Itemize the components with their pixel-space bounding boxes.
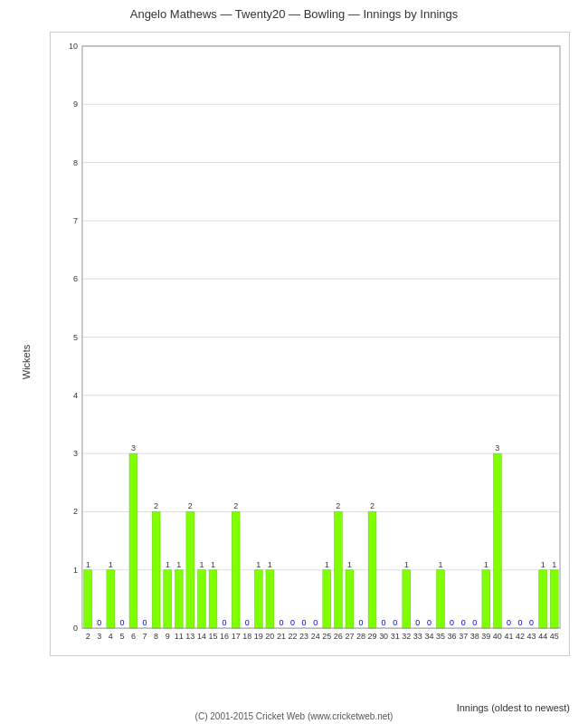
svg-text:0: 0	[119, 618, 124, 627]
svg-rect-79	[334, 511, 342, 628]
svg-text:1: 1	[268, 560, 272, 569]
svg-text:0: 0	[223, 618, 227, 627]
svg-text:3: 3	[495, 443, 499, 452]
chart-area: 0123456789101203140536072819111213114115…	[50, 32, 570, 656]
svg-text:0: 0	[507, 618, 511, 627]
svg-text:1: 1	[86, 560, 90, 569]
svg-text:0: 0	[450, 618, 454, 627]
svg-text:13: 13	[185, 632, 194, 641]
svg-rect-43	[175, 570, 183, 628]
svg-text:9: 9	[166, 632, 170, 641]
svg-text:18: 18	[242, 632, 251, 641]
svg-text:2: 2	[86, 632, 90, 641]
svg-rect-49	[198, 570, 206, 628]
svg-rect-82	[346, 570, 354, 628]
svg-text:1: 1	[176, 560, 181, 569]
svg-text:2: 2	[154, 501, 158, 510]
svg-text:4: 4	[73, 391, 78, 400]
svg-text:0: 0	[415, 618, 420, 627]
svg-text:39: 39	[481, 632, 490, 641]
svg-text:0: 0	[245, 618, 250, 627]
svg-text:0: 0	[290, 618, 295, 627]
svg-text:43: 43	[527, 632, 536, 641]
chart-title: Angelo Mathews — Twenty20 — Bowling — In…	[0, 0, 588, 24]
svg-text:21: 21	[277, 632, 286, 641]
svg-rect-94	[403, 570, 411, 628]
svg-rect-113	[493, 453, 501, 628]
svg-text:0: 0	[97, 618, 101, 627]
svg-rect-37	[152, 511, 160, 628]
svg-rect-76	[323, 570, 331, 628]
svg-text:32: 32	[402, 632, 411, 641]
svg-rect-22	[84, 570, 92, 628]
svg-text:3: 3	[73, 449, 78, 458]
svg-text:0: 0	[393, 618, 397, 627]
svg-text:9: 9	[73, 100, 78, 109]
svg-text:0: 0	[358, 618, 363, 627]
svg-text:1: 1	[199, 560, 204, 569]
svg-text:8: 8	[154, 632, 158, 641]
svg-text:44: 44	[538, 632, 547, 641]
svg-text:31: 31	[391, 632, 400, 641]
svg-text:1: 1	[552, 560, 556, 569]
chart-svg: 0123456789101203140536072819111213114115…	[51, 33, 569, 655]
svg-text:1: 1	[211, 560, 215, 569]
svg-text:1: 1	[166, 560, 170, 569]
svg-rect-101	[437, 570, 445, 628]
svg-text:2: 2	[73, 507, 78, 516]
svg-text:17: 17	[232, 632, 241, 641]
svg-text:0: 0	[143, 618, 147, 627]
svg-rect-125	[550, 570, 558, 628]
svg-rect-57	[232, 511, 240, 628]
svg-text:2: 2	[370, 501, 375, 510]
svg-text:27: 27	[345, 632, 354, 641]
svg-text:1: 1	[347, 560, 352, 569]
svg-rect-62	[254, 570, 262, 628]
svg-text:6: 6	[73, 274, 78, 283]
svg-text:4: 4	[109, 632, 113, 641]
svg-text:1: 1	[325, 560, 329, 569]
svg-rect-110	[482, 570, 490, 628]
svg-text:2: 2	[336, 501, 340, 510]
svg-text:16: 16	[220, 632, 229, 641]
svg-text:7: 7	[143, 632, 147, 641]
svg-text:20: 20	[265, 632, 274, 641]
svg-text:1: 1	[109, 560, 113, 569]
svg-text:19: 19	[254, 632, 263, 641]
svg-text:5: 5	[119, 632, 124, 641]
svg-text:0: 0	[279, 618, 283, 627]
svg-text:40: 40	[493, 632, 502, 641]
svg-text:22: 22	[289, 632, 298, 641]
svg-text:23: 23	[299, 632, 308, 641]
svg-text:0: 0	[461, 618, 466, 627]
svg-text:24: 24	[311, 632, 320, 641]
svg-rect-122	[539, 570, 547, 628]
svg-text:3: 3	[131, 443, 136, 452]
svg-text:36: 36	[448, 632, 457, 641]
svg-rect-46	[186, 511, 194, 628]
svg-rect-65	[266, 570, 274, 628]
svg-text:2: 2	[233, 501, 238, 510]
svg-text:0: 0	[529, 618, 534, 627]
svg-rect-40	[164, 570, 172, 628]
svg-text:1: 1	[256, 560, 261, 569]
svg-text:34: 34	[424, 632, 433, 641]
svg-rect-27	[107, 570, 115, 628]
svg-text:25: 25	[322, 632, 331, 641]
svg-text:42: 42	[516, 632, 525, 641]
svg-text:11: 11	[175, 632, 184, 641]
svg-text:5: 5	[73, 333, 78, 342]
svg-text:6: 6	[131, 632, 136, 641]
svg-text:8: 8	[73, 158, 78, 167]
svg-text:0: 0	[313, 618, 318, 627]
svg-text:2: 2	[188, 501, 193, 510]
svg-text:10: 10	[69, 42, 78, 51]
chart-container: Angelo Mathews — Twenty20 — Bowling — In…	[0, 0, 588, 724]
svg-text:14: 14	[197, 632, 206, 641]
svg-text:41: 41	[504, 632, 513, 641]
svg-text:38: 38	[470, 632, 479, 641]
svg-text:0: 0	[427, 618, 432, 627]
svg-text:0: 0	[518, 618, 523, 627]
svg-text:0: 0	[302, 618, 307, 627]
svg-text:33: 33	[413, 632, 422, 641]
